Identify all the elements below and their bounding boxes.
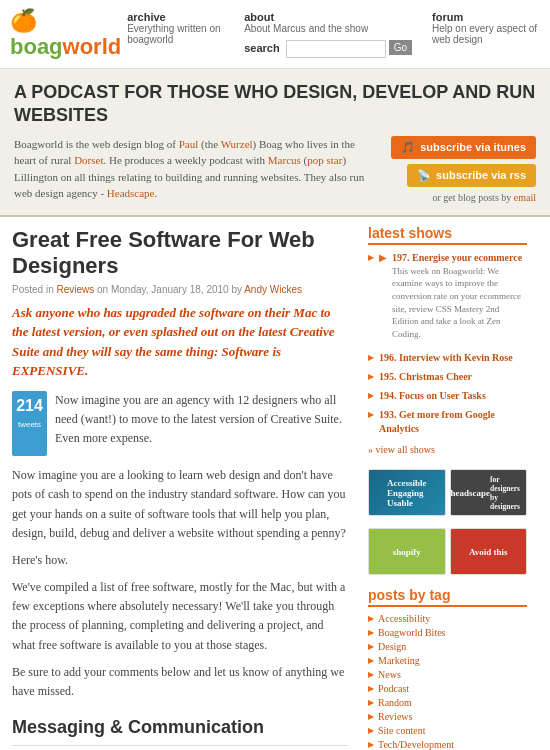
tag-podcast: Podcast — [368, 683, 527, 694]
show-item-195: 195. Christmas Cheer — [368, 370, 527, 384]
itunes-icon: 🎵 — [401, 141, 415, 154]
archive-sub: Everything written on boagworld — [127, 23, 224, 45]
ad-shopify[interactable]: shopify — [368, 528, 446, 575]
article-para-4: We've compiled a list of free software, … — [12, 578, 348, 655]
tag-marketing: Marketing — [368, 655, 527, 666]
wurzel-link[interactable]: Wurzel — [221, 138, 253, 150]
latest-shows-title: latest shows — [368, 225, 527, 245]
show-197-content: 197. Energise your ecommerce This week o… — [392, 251, 527, 341]
email-link[interactable]: email — [514, 192, 536, 203]
tag-reviews: Reviews — [368, 711, 527, 722]
ad-headscape[interactable]: headscapefor designersby designers — [450, 469, 528, 516]
tag-news-link[interactable]: News — [378, 669, 401, 680]
about-link[interactable]: about — [244, 11, 412, 23]
subscribe-itunes-button[interactable]: 🎵 subscribe via itunes — [391, 136, 536, 159]
article-intro: Ask anyone who has upgraded the software… — [12, 303, 348, 381]
show-195-link[interactable]: 195. Christmas Cheer — [379, 370, 472, 384]
forum-link[interactable]: forum — [432, 11, 540, 23]
dorset-link[interactable]: Dorset — [74, 154, 103, 166]
reviews-link[interactable]: Reviews — [56, 284, 94, 295]
ad-headscape-image: headscapefor designersby designers — [451, 470, 527, 515]
ad-accessible[interactable]: AccessibleEngagingUsable — [368, 469, 446, 516]
nav-forum: forum Help on every aspect of web design — [432, 11, 540, 58]
sidebar: latest shows ▶ 197. Energise your ecomme… — [360, 217, 535, 750]
article-para-5: Be sure to add your comments below and l… — [12, 663, 348, 701]
show-194-link[interactable]: 194. Focus on User Tasks — [379, 389, 486, 403]
tag-podcast-link[interactable]: Podcast — [378, 683, 409, 694]
tweet-body-text: Now imagine you are an agency with 12 de… — [55, 391, 348, 457]
tag-boagworld-bites-link[interactable]: Boagworld Bites — [378, 627, 446, 638]
tweet-box: 214 tweets Now imagine you are an agency… — [12, 391, 348, 457]
tag-tech-dev-link[interactable]: Tech/Development — [378, 739, 454, 750]
tag-accessibility: Accessibility — [368, 613, 527, 624]
article-meta: Posted in Reviews on Monday, January 18,… — [12, 284, 348, 295]
main-layout: Great Free Software For Web Designers Po… — [0, 217, 550, 750]
show-193-link[interactable]: 193. Get more from Google Analytics — [379, 408, 527, 436]
tag-boagworld-bites: Boagworld Bites — [368, 627, 527, 638]
latest-shows-section: latest shows ▶ 197. Energise your ecomme… — [368, 225, 527, 458]
tag-random-link[interactable]: Random — [378, 697, 412, 708]
show-item-196: 196. Interview with Kevin Rose — [368, 351, 527, 365]
article-body: Now imagine you are a looking to learn w… — [12, 466, 348, 750]
header: 🍊 boagworld archive Everything written o… — [0, 0, 550, 69]
hero-sidebar: 🎵 subscribe via itunes 📡 subscribe via r… — [391, 136, 536, 203]
arrow-icon: ▶ — [379, 251, 387, 341]
hero-text: Boagworld is the web design blog of Paul… — [14, 136, 379, 203]
tweet-label: tweets — [18, 420, 41, 429]
search-button[interactable]: Go — [389, 40, 412, 55]
ad-avoid-image: Avoid this — [451, 529, 527, 574]
ad-row-1: AccessibleEngagingUsable headscapefor de… — [368, 469, 527, 522]
rss-icon: 📡 — [417, 169, 431, 182]
author-link[interactable]: Andy Wickes — [244, 284, 302, 295]
show-item-194: 194. Focus on User Tasks — [368, 389, 527, 403]
hero-title: A PODCAST FOR THOSE WHO DESIGN, DEVELOP … — [14, 81, 536, 128]
nav-archive: archive Everything written on boagworld — [127, 11, 224, 58]
show-197-text: ▶ 197. Energise your ecommerce This week… — [368, 251, 527, 341]
posts-by-tag-title: posts by tag — [368, 587, 527, 607]
tweet-count: 214 tweets — [12, 391, 47, 457]
forum-sub: Help on every aspect of web design — [432, 23, 540, 45]
tag-design: Design — [368, 641, 527, 652]
ad-row-2: shopify Avoid this — [368, 528, 527, 581]
email-subscribe: or get blog posts by email — [432, 192, 536, 203]
paul-link[interactable]: Paul — [179, 138, 199, 150]
about-sub: About Marcus and the show — [244, 23, 412, 34]
show-item-193: 193. Get more from Google Analytics — [368, 408, 527, 436]
subscribe-rss-button[interactable]: 📡 subscribe via rss — [407, 164, 536, 187]
tag-news: News — [368, 669, 527, 680]
subscribe-rss-label: subscribe via rss — [436, 169, 526, 181]
tweet-number: 214 — [16, 395, 43, 417]
popstar-link[interactable]: pop star — [307, 154, 342, 166]
search-input[interactable] — [286, 40, 386, 58]
ad-accessible-image: AccessibleEngagingUsable — [369, 470, 445, 515]
logo[interactable]: 🍊 boagworld — [10, 8, 127, 60]
show-197-desc: This week on Boagworld: We examine ways … — [392, 265, 527, 341]
ad-avoid[interactable]: Avoid this — [450, 528, 528, 575]
article-content: Great Free Software For Web Designers Po… — [0, 217, 360, 750]
headscape-link[interactable]: Headscape — [107, 187, 155, 199]
hero-content: Boagworld is the web design blog of Paul… — [14, 136, 536, 203]
marcus-link[interactable]: Marcus — [268, 154, 301, 166]
subscribe-itunes-label: subscribe via itunes — [420, 141, 526, 153]
article-para-2: Now imagine you are a looking to learn w… — [12, 466, 348, 543]
article-para-3: Here's how. — [12, 551, 348, 570]
nav-links: archive Everything written on boagworld … — [127, 11, 540, 58]
ad-shopify-image: shopify — [369, 529, 445, 574]
article-title: Great Free Software For Web Designers — [12, 227, 348, 280]
tag-reviews-link[interactable]: Reviews — [378, 711, 412, 722]
nav-about: about About Marcus and the show search G… — [244, 11, 412, 58]
show-196-link[interactable]: 196. Interview with Kevin Rose — [379, 351, 513, 365]
hero-section: A PODCAST FOR THOSE WHO DESIGN, DEVELOP … — [0, 69, 550, 217]
show-197-link[interactable]: 197. Energise your ecommerce — [392, 252, 522, 263]
search-label: search — [244, 42, 279, 54]
posts-by-tag-section: posts by tag Accessibility Boagworld Bit… — [368, 587, 527, 750]
show-item-197: ▶ 197. Energise your ecommerce This week… — [368, 251, 527, 346]
tag-random: Random — [368, 697, 527, 708]
tag-accessibility-link[interactable]: Accessibility — [378, 613, 430, 624]
tag-design-link[interactable]: Design — [378, 641, 406, 652]
archive-link[interactable]: archive — [127, 11, 224, 23]
section1-title: Messaging & Communication — [12, 713, 348, 746]
tag-marketing-link[interactable]: Marketing — [378, 655, 420, 666]
view-all-shows-link[interactable]: » view all shows — [368, 444, 435, 455]
tag-site-content-link[interactable]: Site content — [378, 725, 426, 736]
